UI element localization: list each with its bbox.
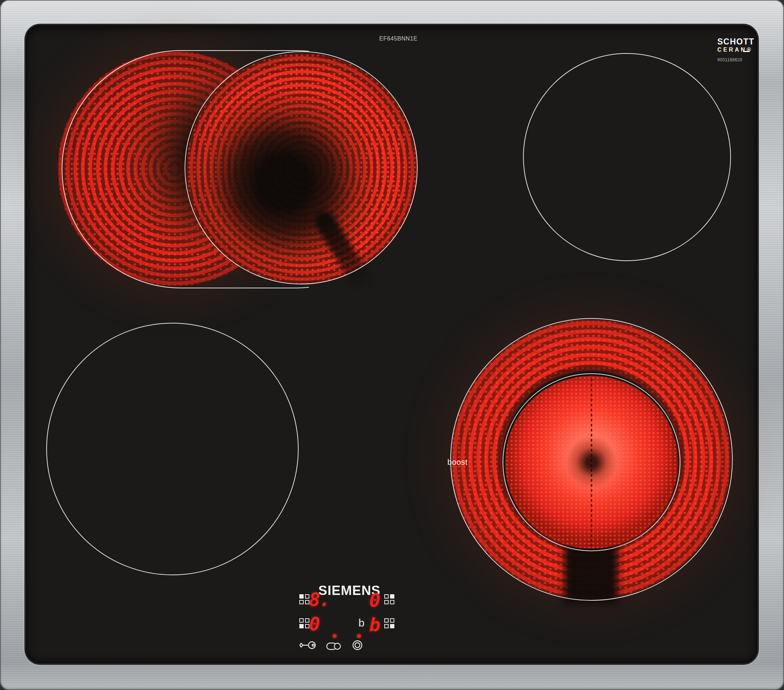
- schott-logo-line1: SCHOTT: [717, 38, 754, 46]
- selector-cell: [299, 618, 304, 622]
- selector-cell: [390, 600, 394, 604]
- display-front-left: 0: [309, 615, 319, 633]
- ceramic-glass-surface: EF645BNN1E SCHOTT CERAN® 9001168620 boos…: [26, 25, 758, 664]
- extension-indicator-led: [333, 634, 337, 638]
- dual-ring-indicator-led: [357, 634, 361, 638]
- selector-cell: [384, 618, 389, 622]
- zone-back-right-outline: [523, 53, 731, 261]
- selector-grid-back-left[interactable]: [299, 594, 310, 604]
- selector-cell: [384, 624, 389, 628]
- display-back-left: 8.: [309, 590, 329, 609]
- selector-cell: [384, 600, 389, 604]
- key-lock-icon[interactable]: [299, 640, 316, 650]
- model-number-label: EF645BNN1E: [379, 36, 418, 42]
- zone-back-left-circle-outline: [184, 51, 418, 284]
- selector-cell: [299, 594, 304, 599]
- selector-grid-back-right[interactable]: [384, 594, 394, 604]
- zone-front-left-outline: [46, 323, 299, 575]
- selector-cell: [390, 624, 394, 628]
- schott-ceran-logo: SCHOTT CERAN® 9001168620: [717, 38, 754, 63]
- selector-cell: [384, 594, 389, 599]
- selector-cell: [299, 600, 304, 604]
- cooktop-steel-frame: EF645BNN1E SCHOTT CERAN® 9001168620 boos…: [0, 0, 784, 690]
- selector-cell: [299, 624, 304, 628]
- boost-label: boost: [447, 457, 468, 467]
- display-front-right: b: [369, 616, 379, 634]
- selector-cell: [390, 618, 394, 622]
- dual-ring-zone-icon[interactable]: [352, 640, 363, 650]
- selector-cell: [390, 594, 394, 599]
- oval-zone-icon[interactable]: [326, 642, 341, 650]
- boost-printed-label: b: [359, 617, 365, 628]
- display-back-right: 0: [369, 591, 379, 610]
- selector-grid-front-right[interactable]: [384, 618, 394, 628]
- schott-logo-underline: [743, 51, 749, 52]
- serial-number-label: 9001168620: [717, 58, 754, 63]
- zone-front-right-inner-outline: [502, 373, 680, 551]
- selector-grid-front-left[interactable]: [299, 618, 310, 628]
